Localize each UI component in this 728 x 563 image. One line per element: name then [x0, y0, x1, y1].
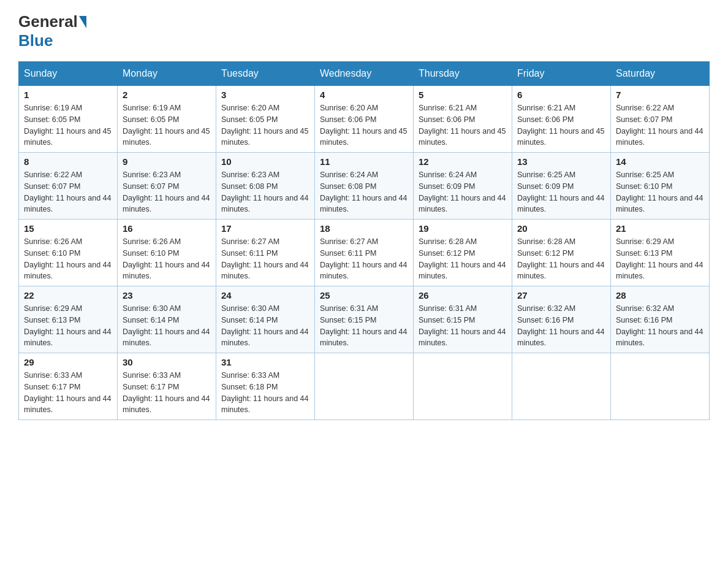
calendar-cell: 5 Sunrise: 6:21 AMSunset: 6:06 PMDayligh… [414, 86, 512, 153]
day-number: 8 [24, 156, 112, 167]
calendar-cell: 29 Sunrise: 6:33 AMSunset: 6:17 PMDaylig… [19, 353, 118, 420]
day-number: 7 [616, 90, 704, 100]
calendar-cell: 2 Sunrise: 6:19 AMSunset: 6:05 PMDayligh… [118, 86, 216, 153]
day-number: 23 [123, 290, 211, 301]
day-info: Sunrise: 6:23 AMSunset: 6:07 PMDaylight:… [123, 169, 211, 215]
logo-blue-text: Blue [18, 31, 53, 50]
day-info: Sunrise: 6:25 AMSunset: 6:10 PMDaylight:… [616, 169, 704, 215]
day-number: 22 [24, 290, 112, 301]
day-info: Sunrise: 6:19 AMSunset: 6:05 PMDaylight:… [24, 102, 112, 148]
calendar-cell [315, 353, 414, 420]
day-number: 1 [24, 90, 112, 100]
day-info: Sunrise: 6:31 AMSunset: 6:15 PMDaylight:… [419, 303, 507, 349]
day-info: Sunrise: 6:27 AMSunset: 6:11 PMDaylight:… [320, 236, 408, 282]
calendar-cell: 3 Sunrise: 6:20 AMSunset: 6:05 PMDayligh… [216, 86, 315, 153]
calendar-cell: 24 Sunrise: 6:30 AMSunset: 6:14 PMDaylig… [216, 286, 315, 353]
calendar-cell: 9 Sunrise: 6:23 AMSunset: 6:07 PMDayligh… [118, 153, 216, 220]
day-number: 28 [616, 290, 704, 301]
day-number: 30 [123, 357, 211, 367]
calendar-cell: 30 Sunrise: 6:33 AMSunset: 6:17 PMDaylig… [118, 353, 216, 420]
calendar-cell: 19 Sunrise: 6:28 AMSunset: 6:12 PMDaylig… [414, 220, 512, 286]
day-number: 25 [320, 290, 408, 301]
day-info: Sunrise: 6:24 AMSunset: 6:09 PMDaylight:… [419, 169, 507, 215]
day-number: 3 [221, 90, 309, 100]
day-number: 10 [221, 156, 309, 167]
day-info: Sunrise: 6:23 AMSunset: 6:08 PMDaylight:… [221, 169, 309, 215]
calendar-cell [414, 353, 512, 420]
calendar-cell: 10 Sunrise: 6:23 AMSunset: 6:08 PMDaylig… [216, 153, 315, 220]
header-friday: Friday [512, 62, 611, 86]
calendar-week-2: 8 Sunrise: 6:22 AMSunset: 6:07 PMDayligh… [19, 153, 710, 220]
day-info: Sunrise: 6:28 AMSunset: 6:12 PMDaylight:… [419, 236, 507, 282]
day-info: Sunrise: 6:26 AMSunset: 6:10 PMDaylight:… [24, 236, 112, 282]
day-info: Sunrise: 6:29 AMSunset: 6:13 PMDaylight:… [616, 236, 704, 282]
day-number: 27 [517, 290, 605, 301]
day-number: 18 [320, 223, 408, 234]
day-number: 6 [517, 90, 605, 100]
day-number: 2 [123, 90, 211, 100]
calendar-cell: 15 Sunrise: 6:26 AMSunset: 6:10 PMDaylig… [19, 220, 118, 286]
day-number: 24 [221, 290, 309, 301]
calendar-cell: 16 Sunrise: 6:26 AMSunset: 6:10 PMDaylig… [118, 220, 216, 286]
day-info: Sunrise: 6:26 AMSunset: 6:10 PMDaylight:… [123, 236, 211, 282]
calendar-header-row: SundayMondayTuesdayWednesdayThursdayFrid… [19, 62, 710, 86]
day-info: Sunrise: 6:22 AMSunset: 6:07 PMDaylight:… [24, 169, 112, 215]
day-number: 26 [419, 290, 507, 301]
calendar-cell: 12 Sunrise: 6:24 AMSunset: 6:09 PMDaylig… [414, 153, 512, 220]
calendar-cell: 25 Sunrise: 6:31 AMSunset: 6:15 PMDaylig… [315, 286, 414, 353]
calendar-cell: 4 Sunrise: 6:20 AMSunset: 6:06 PMDayligh… [315, 86, 414, 153]
header-tuesday: Tuesday [216, 62, 315, 86]
day-info: Sunrise: 6:19 AMSunset: 6:05 PMDaylight:… [123, 102, 211, 148]
calendar-cell: 13 Sunrise: 6:25 AMSunset: 6:09 PMDaylig… [512, 153, 611, 220]
calendar-cell [611, 353, 710, 420]
logo-triangle-icon [79, 16, 86, 28]
header-thursday: Thursday [414, 62, 512, 86]
calendar-cell: 31 Sunrise: 6:33 AMSunset: 6:18 PMDaylig… [216, 353, 315, 420]
calendar-week-5: 29 Sunrise: 6:33 AMSunset: 6:17 PMDaylig… [19, 353, 710, 420]
header-wednesday: Wednesday [315, 62, 414, 86]
day-info: Sunrise: 6:33 AMSunset: 6:17 PMDaylight:… [123, 370, 211, 416]
day-number: 13 [517, 156, 605, 167]
day-info: Sunrise: 6:20 AMSunset: 6:06 PMDaylight:… [320, 102, 408, 148]
day-info: Sunrise: 6:24 AMSunset: 6:08 PMDaylight:… [320, 169, 408, 215]
calendar-week-3: 15 Sunrise: 6:26 AMSunset: 6:10 PMDaylig… [19, 220, 710, 286]
day-info: Sunrise: 6:32 AMSunset: 6:16 PMDaylight:… [616, 303, 704, 349]
calendar-cell: 23 Sunrise: 6:30 AMSunset: 6:14 PMDaylig… [118, 286, 216, 353]
calendar-cell: 26 Sunrise: 6:31 AMSunset: 6:15 PMDaylig… [414, 286, 512, 353]
day-number: 21 [616, 223, 704, 234]
calendar-week-4: 22 Sunrise: 6:29 AMSunset: 6:13 PMDaylig… [19, 286, 710, 353]
calendar-cell: 21 Sunrise: 6:29 AMSunset: 6:13 PMDaylig… [611, 220, 710, 286]
day-number: 9 [123, 156, 211, 167]
day-info: Sunrise: 6:31 AMSunset: 6:15 PMDaylight:… [320, 303, 408, 349]
calendar-cell: 1 Sunrise: 6:19 AMSunset: 6:05 PMDayligh… [19, 86, 118, 153]
day-number: 31 [221, 357, 309, 367]
day-number: 29 [24, 357, 112, 367]
header-monday: Monday [118, 62, 216, 86]
calendar-cell [512, 353, 611, 420]
day-info: Sunrise: 6:30 AMSunset: 6:14 PMDaylight:… [221, 303, 309, 349]
calendar-week-1: 1 Sunrise: 6:19 AMSunset: 6:05 PMDayligh… [19, 86, 710, 153]
day-info: Sunrise: 6:21 AMSunset: 6:06 PMDaylight:… [419, 102, 507, 148]
day-info: Sunrise: 6:25 AMSunset: 6:09 PMDaylight:… [517, 169, 605, 215]
calendar-cell: 18 Sunrise: 6:27 AMSunset: 6:11 PMDaylig… [315, 220, 414, 286]
day-info: Sunrise: 6:27 AMSunset: 6:11 PMDaylight:… [221, 236, 309, 282]
day-number: 12 [419, 156, 507, 167]
day-info: Sunrise: 6:33 AMSunset: 6:18 PMDaylight:… [221, 370, 309, 416]
calendar-cell: 14 Sunrise: 6:25 AMSunset: 6:10 PMDaylig… [611, 153, 710, 220]
calendar-cell: 22 Sunrise: 6:29 AMSunset: 6:13 PMDaylig… [19, 286, 118, 353]
calendar-cell: 7 Sunrise: 6:22 AMSunset: 6:07 PMDayligh… [611, 86, 710, 153]
day-info: Sunrise: 6:29 AMSunset: 6:13 PMDaylight:… [24, 303, 112, 349]
calendar-cell: 17 Sunrise: 6:27 AMSunset: 6:11 PMDaylig… [216, 220, 315, 286]
calendar-cell: 8 Sunrise: 6:22 AMSunset: 6:07 PMDayligh… [19, 153, 118, 220]
day-info: Sunrise: 6:28 AMSunset: 6:12 PMDaylight:… [517, 236, 605, 282]
calendar-cell: 6 Sunrise: 6:21 AMSunset: 6:06 PMDayligh… [512, 86, 611, 153]
page-header: General Blue [18, 12, 710, 50]
day-number: 19 [419, 223, 507, 234]
day-info: Sunrise: 6:30 AMSunset: 6:14 PMDaylight:… [123, 303, 211, 349]
header-sunday: Sunday [19, 62, 118, 86]
logo-general-text: General [18, 12, 78, 31]
day-number: 14 [616, 156, 704, 167]
day-info: Sunrise: 6:20 AMSunset: 6:05 PMDaylight:… [221, 102, 309, 148]
calendar-cell: 11 Sunrise: 6:24 AMSunset: 6:08 PMDaylig… [315, 153, 414, 220]
header-saturday: Saturday [611, 62, 710, 86]
